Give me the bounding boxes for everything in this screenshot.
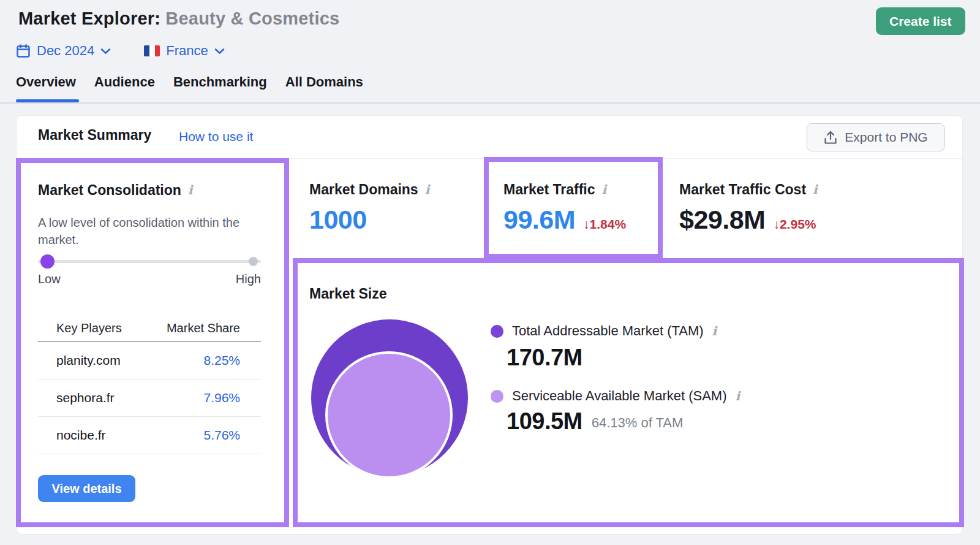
info-icon[interactable]: i bbox=[736, 388, 741, 402]
col-key-players: Key Players bbox=[56, 321, 122, 335]
tam-dot-icon bbox=[491, 325, 503, 338]
market-size-title: Market Size bbox=[309, 286, 387, 302]
market-consolidation-title: Market Consolidation i bbox=[38, 182, 192, 199]
player-share-link[interactable]: 5.76% bbox=[203, 428, 240, 443]
market-traffic-change: ↓1.84% bbox=[583, 217, 626, 235]
market-traffic-label-text: Market Traffic bbox=[503, 181, 595, 198]
info-icon[interactable]: i bbox=[188, 182, 193, 196]
slider-low-label: Low bbox=[38, 272, 61, 286]
market-traffic-label: Market Traffic i bbox=[503, 181, 606, 198]
tab-all-domains[interactable]: All Domains bbox=[285, 74, 363, 101]
export-label: Export to PNG bbox=[845, 130, 927, 145]
export-to-png-button[interactable]: Export to PNG bbox=[807, 123, 945, 151]
sam-legend: Serviceable Available Market (SAM) i bbox=[491, 388, 740, 404]
player-share-link[interactable]: 7.96% bbox=[203, 391, 240, 405]
market-traffic-value: 99.6M bbox=[503, 205, 575, 235]
market-traffic-cost-value-row: $29.8M ↓2.95% bbox=[679, 205, 816, 235]
key-players-table: Key Players Market Share planity.com 8.2… bbox=[38, 315, 261, 454]
tam-label: Total Addressable Market (TAM) bbox=[512, 323, 704, 339]
tab-audience[interactable]: Audience bbox=[94, 74, 155, 101]
card-header-divider bbox=[17, 158, 962, 159]
country-selector[interactable]: France bbox=[144, 43, 224, 59]
market-traffic-cost-label: Market Traffic Cost i bbox=[679, 181, 818, 198]
france-flag-icon bbox=[144, 45, 160, 56]
market-consolidation-title-text: Market Consolidation bbox=[38, 182, 181, 199]
key-players-header-row: Key Players Market Share bbox=[38, 315, 261, 342]
sam-value-row: 109.5M 64.13% of TAM bbox=[507, 408, 683, 435]
sam-circle bbox=[325, 351, 453, 479]
market-traffic-value-row: 99.6M ↓1.84% bbox=[503, 205, 626, 235]
country-label: France bbox=[166, 43, 208, 59]
market-traffic-cost-change: ↓2.95% bbox=[773, 217, 816, 235]
market-domains-value: 1000 bbox=[309, 205, 367, 235]
tam-value: 170.7M bbox=[507, 345, 582, 371]
slider-high-label: High bbox=[236, 272, 261, 286]
upload-icon bbox=[824, 131, 837, 145]
table-row: sephora.fr 7.96% bbox=[38, 379, 261, 417]
create-list-button[interactable]: Create list bbox=[876, 7, 965, 35]
create-list-label: Create list bbox=[889, 14, 952, 29]
market-traffic-cost-label-text: Market Traffic Cost bbox=[679, 181, 806, 198]
market-traffic-cost-value: $29.8M bbox=[679, 205, 765, 235]
view-details-button[interactable]: View details bbox=[38, 475, 135, 502]
sam-value: 109.5M bbox=[507, 408, 582, 435]
info-icon[interactable]: i bbox=[712, 323, 717, 337]
player-domain: planity.com bbox=[56, 353, 121, 368]
consolidation-slider-labels: Low High bbox=[38, 272, 261, 286]
player-domain: nocibe.fr bbox=[56, 428, 106, 443]
page-title-prefix: Market Explorer: bbox=[18, 9, 160, 28]
date-selector[interactable]: Dec 2024 bbox=[16, 43, 111, 59]
player-share-link[interactable]: 8.25% bbox=[203, 353, 240, 368]
sam-percent-of-tam: 64.13% of TAM bbox=[592, 415, 684, 435]
page-title: Market Explorer: Beauty & Cosmetics bbox=[18, 9, 339, 29]
market-domains-label: Market Domains i bbox=[309, 181, 429, 198]
info-icon[interactable]: i bbox=[602, 181, 607, 196]
filters-row: Dec 2024 France bbox=[16, 42, 225, 60]
date-label: Dec 2024 bbox=[37, 43, 94, 59]
table-row: nocibe.fr 5.76% bbox=[38, 417, 261, 454]
consolidation-slider-thumb[interactable] bbox=[40, 254, 55, 269]
consolidation-slider-end-dot bbox=[249, 257, 258, 266]
page-title-market: Beauty & Cosmetics bbox=[165, 9, 339, 28]
tam-legend: Total Addressable Market (TAM) i bbox=[491, 323, 717, 339]
table-row: planity.com 8.25% bbox=[38, 342, 261, 379]
player-domain: sephora.fr bbox=[56, 391, 115, 405]
calendar-icon bbox=[16, 44, 31, 58]
info-icon[interactable]: i bbox=[813, 181, 818, 196]
consolidation-slider-track[interactable] bbox=[38, 260, 261, 263]
market-explorer-screen: Market Explorer: Beauty & Cosmetics Crea… bbox=[0, 0, 980, 545]
sam-label: Serviceable Available Market (SAM) bbox=[512, 388, 727, 404]
how-to-use-it-link[interactable]: How to use it bbox=[179, 129, 253, 144]
tab-bar: Overview Audience Benchmarking All Domai… bbox=[16, 74, 363, 101]
tab-benchmarking[interactable]: Benchmarking bbox=[173, 74, 267, 101]
market-domains-label-text: Market Domains bbox=[309, 181, 418, 198]
sam-dot-icon bbox=[491, 390, 503, 403]
info-icon[interactable]: i bbox=[425, 181, 430, 196]
consolidation-description: A low level of consolidation within the … bbox=[38, 215, 266, 248]
tab-overview[interactable]: Overview bbox=[16, 74, 76, 101]
chevron-down-icon bbox=[100, 48, 111, 55]
chevron-down-icon bbox=[214, 48, 225, 55]
col-market-share: Market Share bbox=[167, 321, 240, 335]
card-title: Market Summary bbox=[38, 127, 151, 143]
tabs-divider bbox=[0, 102, 980, 104]
view-details-label: View details bbox=[51, 482, 121, 495]
